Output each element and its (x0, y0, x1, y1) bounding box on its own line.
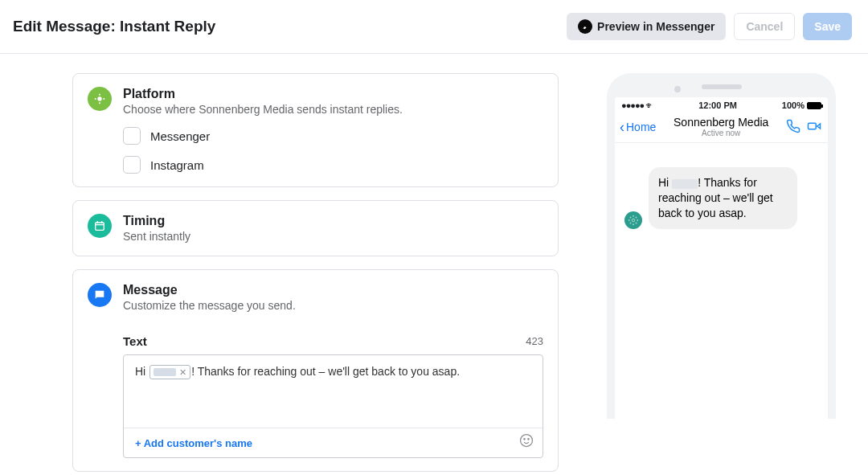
message-title: Message (123, 283, 543, 297)
add-customer-name-link[interactable]: + Add customer's name (135, 437, 252, 449)
preview-in-messenger-button[interactable]: Preview in Messenger (567, 13, 726, 40)
svg-point-1 (99, 94, 100, 96)
svg-rect-9 (808, 123, 816, 129)
battery-icon (807, 102, 821, 109)
svg-point-16 (636, 217, 637, 218)
messenger-checkbox[interactable] (123, 127, 141, 145)
platform-card: Platform Choose where Sonnenberg Media s… (72, 73, 559, 187)
char-count: 423 (526, 335, 543, 347)
status-time: 12:00 PM (698, 100, 737, 110)
instagram-checkbox[interactable] (123, 156, 141, 174)
cancel-button[interactable]: Cancel (734, 13, 795, 40)
emoji-picker-icon[interactable] (518, 432, 534, 451)
svg-point-7 (524, 439, 525, 440)
svg-point-8 (528, 439, 529, 440)
signal-icon: ●●●●● ᯤ (621, 100, 653, 110)
svg-point-6 (521, 435, 533, 447)
message-text-prefix: Hi (135, 365, 149, 378)
preview-page-name: Sonnenberg Media (674, 117, 768, 129)
svg-point-4 (103, 98, 104, 100)
call-icon[interactable] (786, 119, 800, 136)
svg-point-14 (637, 219, 638, 220)
name-token[interactable]: ✕ (149, 365, 190, 379)
text-field-label: Text (123, 334, 147, 348)
svg-point-13 (628, 219, 629, 220)
save-button[interactable]: Save (803, 13, 852, 40)
home-label: Home (626, 121, 656, 133)
phone-statusbar: ●●●●● ᯤ 12:00 PM 100% (615, 97, 828, 113)
chevron-left-icon: ‹ (620, 120, 624, 134)
preview-status: Active now (674, 129, 768, 137)
bubble-prefix: Hi (658, 176, 672, 189)
svg-point-0 (97, 96, 101, 100)
video-icon[interactable] (807, 119, 821, 136)
svg-point-17 (630, 223, 631, 223)
message-card: Message Customize the message you send. … (72, 269, 559, 472)
svg-point-3 (95, 98, 96, 100)
svg-point-18 (636, 223, 637, 223)
instagram-option-label: Instagram (150, 158, 204, 172)
svg-point-15 (630, 217, 631, 218)
svg-point-11 (633, 215, 633, 216)
preview-button-label: Preview in Messenger (597, 20, 714, 33)
timing-card: Timing Sent instantly (72, 200, 559, 256)
page-title: Edit Message: Instant Reply (13, 18, 215, 35)
battery-pct: 100% (782, 100, 805, 110)
message-subtitle: Customize the message you send. (123, 299, 543, 312)
timing-icon (88, 214, 112, 238)
messenger-option-label: Messenger (150, 129, 210, 143)
platform-icon (88, 87, 112, 111)
timing-title: Timing (123, 214, 543, 228)
svg-point-2 (99, 102, 100, 104)
platform-subtitle: Choose where Sonnenberg Media sends inst… (123, 103, 543, 116)
preview-message-bubble: Hi ! Thanks for reaching out – we'll get… (649, 167, 797, 229)
message-textarea[interactable]: Hi ✕! Thanks for reaching out – we'll ge… (123, 354, 543, 458)
svg-rect-5 (96, 223, 104, 230)
message-text-suffix: ! Thanks for reaching out – we'll get ba… (191, 365, 460, 378)
home-back-link[interactable]: ‹ Home (620, 120, 656, 134)
phone-preview: ●●●●● ᯤ 12:00 PM 100% ‹ Home Sonnenberg … (607, 73, 836, 419)
phone-camera-dot (674, 86, 681, 92)
svg-point-10 (632, 219, 635, 222)
platform-title: Platform (123, 87, 543, 101)
avatar (624, 211, 642, 229)
bubble-name-placeholder (672, 179, 698, 189)
svg-point-12 (633, 224, 633, 225)
timing-subtitle: Sent instantly (123, 230, 543, 243)
remove-token-icon[interactable]: ✕ (179, 367, 186, 378)
phone-speaker (702, 84, 742, 89)
messenger-icon (578, 19, 592, 34)
message-icon (88, 283, 112, 307)
